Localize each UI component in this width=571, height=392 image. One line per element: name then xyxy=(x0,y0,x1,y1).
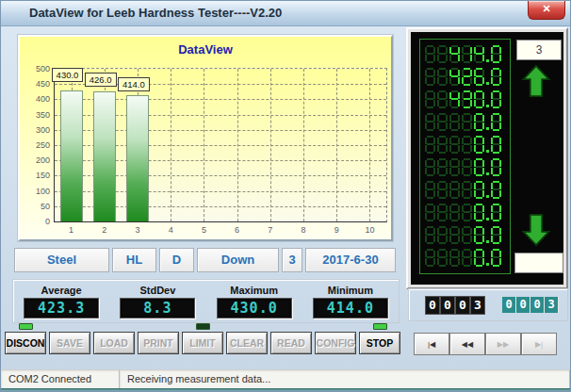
display-row-4 xyxy=(423,110,510,133)
seven-seg-digit xyxy=(462,68,472,86)
seven-seg-digit xyxy=(437,113,448,131)
status-bar: COM2 Connected Receiving measurement dat… xyxy=(1,369,570,388)
stat-stddev: StdDev8.3 xyxy=(109,285,205,318)
x-gridline xyxy=(369,69,370,221)
seven-seg-digit xyxy=(449,90,460,108)
next-record-button: ▶▶ xyxy=(485,333,521,355)
window-bottom-frame xyxy=(1,388,570,391)
stop-led-indicator xyxy=(373,323,387,330)
y-tick-label: 200 xyxy=(24,155,50,165)
x-gridline xyxy=(336,69,337,221)
seven-seg-digit xyxy=(462,45,472,63)
seven-seg-digit xyxy=(437,204,448,221)
title-bar[interactable]: DataView for Leeb Hardness Tester----V2.… xyxy=(1,1,570,26)
scroll-up-button[interactable] xyxy=(521,64,551,102)
window-title: DataView for Leeb Hardness Tester----V2.… xyxy=(29,6,282,20)
seven-seg-digit xyxy=(491,45,501,63)
x-gridline xyxy=(237,69,238,221)
chart-bar xyxy=(60,90,83,221)
seven-seg-digit xyxy=(491,181,501,199)
display-row-3 xyxy=(423,88,510,110)
seven-seg-digit xyxy=(449,136,460,154)
x-tick-label: 3 xyxy=(135,225,139,235)
seven-segment-readout xyxy=(419,39,511,274)
seven-seg-digit xyxy=(474,90,484,108)
toolbar-group-clear: CLEAR xyxy=(226,323,268,354)
x-tick-label: 2 xyxy=(102,225,106,235)
toolbar: DISCONSAVELOADPRINTLIMITCLEARREADCONFIGS… xyxy=(5,323,404,354)
seven-seg-digit xyxy=(474,158,484,176)
seven-seg-digit xyxy=(491,136,501,154)
prev-record-button[interactable]: ◀◀ xyxy=(449,333,485,355)
stat-lcd-value: 423.3 xyxy=(24,298,99,318)
y-tick-label: 300 xyxy=(24,125,50,135)
x-tick-label: 10 xyxy=(365,225,374,235)
toolbar-group-config: CONFIG xyxy=(315,323,356,354)
counter-left-digit: 0 xyxy=(426,297,439,314)
toolbar-group-print: PRINT xyxy=(138,323,179,354)
y-tick-label: 100 xyxy=(24,187,50,196)
up-arrow-icon xyxy=(521,85,551,101)
seven-seg-digit xyxy=(437,45,448,63)
chart-bar xyxy=(126,95,149,221)
chart-plot-area: 0501001502002503003504004505001234567891… xyxy=(54,68,387,222)
seven-seg-digit xyxy=(437,249,448,267)
seven-seg-digit xyxy=(437,226,448,244)
status-message: Receiving measurement data... xyxy=(120,370,570,388)
seven-seg-digit xyxy=(425,158,435,176)
decimal-point xyxy=(486,172,489,175)
toolbar-group-limit: LIMIT xyxy=(182,323,223,354)
read-button: READ xyxy=(270,332,312,354)
first-record-button[interactable]: |◀ xyxy=(414,333,449,355)
seven-seg-digit xyxy=(449,204,460,221)
display-row-7 xyxy=(423,178,510,201)
seven-seg-digit xyxy=(449,113,460,131)
y-tick-label: 150 xyxy=(24,171,50,180)
chart-panel: DataView 0501001502002503003504004505001… xyxy=(18,35,393,241)
scroll-down-button[interactable] xyxy=(521,213,551,251)
x-gridline xyxy=(270,69,271,221)
seven-seg-digit xyxy=(425,204,435,221)
seven-seg-digit xyxy=(491,249,501,267)
status-connection: COM2 Connected xyxy=(1,370,120,388)
seven-seg-digit xyxy=(474,249,484,267)
seven-seg-digit xyxy=(474,204,484,221)
y-tick-label: 500 xyxy=(24,64,50,74)
seven-seg-digit xyxy=(437,158,448,176)
print-button: PRINT xyxy=(138,332,179,354)
close-button[interactable]: ✕ xyxy=(528,1,565,20)
discon-button[interactable]: DISCON xyxy=(5,332,46,354)
x-gridline xyxy=(303,69,304,221)
measurement-info-row: SteelHLDDown32017-6-30 xyxy=(14,248,398,272)
seven-seg-digit xyxy=(425,136,435,154)
display-row-2 xyxy=(423,65,510,88)
seven-seg-digit xyxy=(425,181,435,199)
info-cell-4: 3 xyxy=(282,248,302,272)
stat-average: Average423.3 xyxy=(13,285,109,318)
seven-seg-digit xyxy=(449,158,460,176)
info-cell-3: Down xyxy=(197,248,279,272)
discon-led-indicator xyxy=(19,323,33,330)
decimal-point xyxy=(486,263,489,266)
info-cell-2: D xyxy=(159,248,194,272)
config-button: CONFIG xyxy=(315,332,356,354)
stop-button[interactable]: STOP xyxy=(359,332,400,354)
decimal-point xyxy=(486,127,489,130)
stat-lcd-value: 430.0 xyxy=(217,298,292,318)
seven-seg-digit xyxy=(474,68,484,86)
x-tick-label: 4 xyxy=(169,225,173,235)
display-row-5 xyxy=(423,133,510,155)
display-row-1 xyxy=(423,42,510,65)
reading-index-box: 3 xyxy=(516,40,562,60)
toolbar-group-discon: DISCON xyxy=(5,323,46,354)
seven-seg-digit xyxy=(474,45,484,63)
chart-title: DataView xyxy=(20,42,391,57)
x-gridline xyxy=(204,69,204,221)
x-tick-label: 7 xyxy=(268,225,272,235)
seven-seg-digit xyxy=(462,136,472,154)
last-record-button: ▶| xyxy=(521,333,557,355)
x-tick-label: 9 xyxy=(334,225,339,235)
x-tick-label: 6 xyxy=(235,225,239,235)
stat-minimum: Minimum414.0 xyxy=(302,285,399,318)
decimal-point xyxy=(486,195,489,198)
